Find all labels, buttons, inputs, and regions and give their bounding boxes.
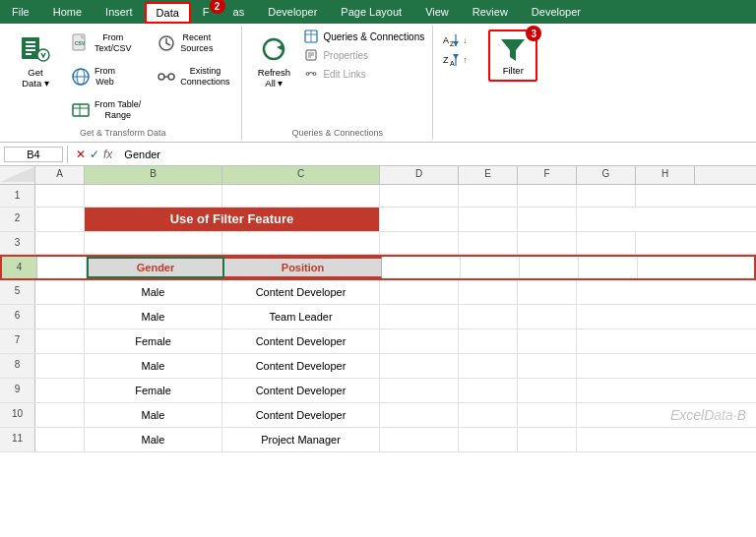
- tab-as[interactable]: as: [221, 2, 257, 24]
- cell-e7[interactable]: [459, 329, 518, 353]
- get-data-button[interactable]: GetData ▾: [10, 28, 61, 95]
- tab-data[interactable]: Data: [145, 2, 191, 24]
- cell-b7[interactable]: Female: [85, 329, 222, 353]
- cell-a11[interactable]: [35, 428, 85, 451]
- row-header-6[interactable]: 6: [0, 305, 35, 328]
- cell-a6[interactable]: [35, 305, 85, 328]
- cell-d5[interactable]: [380, 280, 459, 304]
- cell-b1[interactable]: [85, 185, 222, 207]
- cell-d10[interactable]: [380, 403, 459, 427]
- row-header-5[interactable]: 5: [0, 280, 35, 304]
- tab-page-layout[interactable]: Page Layout: [329, 2, 413, 24]
- cell-d7[interactable]: [380, 329, 459, 353]
- cell-f10[interactable]: [518, 403, 577, 427]
- cell-e11[interactable]: [459, 428, 518, 451]
- cell-c11[interactable]: Project Manager: [222, 428, 380, 451]
- cell-f5[interactable]: [518, 280, 577, 304]
- cell-d8[interactable]: [380, 354, 459, 378]
- cell-a5[interactable]: [35, 280, 85, 304]
- cell-c5[interactable]: Content Developer: [222, 280, 380, 304]
- col-header-c[interactable]: C: [222, 166, 380, 184]
- cell-f7[interactable]: [518, 329, 577, 353]
- edit-links-item[interactable]: Edit Links: [301, 65, 426, 83]
- cell-c6[interactable]: Team Leader: [222, 305, 380, 328]
- cell-d1[interactable]: [380, 185, 459, 207]
- recent-sources-button[interactable]: RecentSources: [149, 28, 235, 59]
- row-header-8[interactable]: 8: [0, 354, 35, 378]
- cell-b3[interactable]: [85, 232, 222, 254]
- tab-view[interactable]: View: [413, 2, 461, 24]
- cell-d2[interactable]: [380, 208, 459, 231]
- cell-e6[interactable]: [459, 305, 518, 328]
- cell-e4[interactable]: [461, 257, 520, 278]
- cell-f6[interactable]: [518, 305, 577, 328]
- col-header-a[interactable]: A: [35, 166, 85, 184]
- cell-a8[interactable]: [35, 354, 85, 378]
- properties-item[interactable]: Properties: [301, 46, 426, 64]
- cell-a9[interactable]: [35, 379, 85, 402]
- cell-e5[interactable]: [459, 280, 518, 304]
- cell-c10[interactable]: Content Developer: [222, 403, 380, 427]
- cell-g4[interactable]: [579, 257, 638, 278]
- cell-b8[interactable]: Male: [85, 354, 222, 378]
- cell-c3[interactable]: [222, 232, 380, 254]
- cell-e1[interactable]: [459, 185, 518, 207]
- cell-a7[interactable]: [35, 329, 85, 353]
- row-header-4[interactable]: 4: [2, 257, 37, 278]
- cell-f3[interactable]: [518, 232, 577, 254]
- from-table-range-button[interactable]: From Table/Range: [63, 94, 147, 126]
- cell-a2[interactable]: [35, 208, 85, 231]
- filter-button[interactable]: 3 Filter: [488, 30, 537, 82]
- existing-connections-button[interactable]: ExistingConnections: [149, 61, 235, 92]
- cell-e8[interactable]: [459, 354, 518, 378]
- tab-developer-2[interactable]: Developer: [520, 2, 593, 24]
- col-header-b[interactable]: B: [85, 166, 222, 184]
- cell-g3[interactable]: [577, 232, 636, 254]
- cell-a1[interactable]: [35, 185, 85, 207]
- cell-d4[interactable]: [382, 257, 461, 278]
- cell-f9[interactable]: [518, 379, 577, 402]
- sort-za-button[interactable]: Z A ↑: [439, 51, 482, 69]
- cell-c7[interactable]: Content Developer: [222, 329, 380, 353]
- cell-d3[interactable]: [380, 232, 459, 254]
- cell-e10[interactable]: [459, 403, 518, 427]
- cell-b10[interactable]: Male: [85, 403, 222, 427]
- col-header-d[interactable]: D: [380, 166, 459, 184]
- header-gender[interactable]: Gender: [87, 257, 224, 278]
- cell-b11[interactable]: Male: [85, 428, 222, 451]
- header-position[interactable]: Position: [224, 257, 382, 278]
- cell-e3[interactable]: [459, 232, 518, 254]
- tab-insert[interactable]: Insert: [94, 2, 145, 24]
- row-header-11[interactable]: 11: [0, 428, 35, 451]
- row-header-7[interactable]: 7: [0, 329, 35, 353]
- row-header-2[interactable]: 2: [0, 208, 35, 231]
- cancel-icon[interactable]: ✕: [76, 148, 86, 161]
- cell-f2[interactable]: [518, 208, 577, 231]
- from-text-csv-button[interactable]: CSV FromText/CSV: [63, 28, 147, 59]
- cell-e9[interactable]: [459, 379, 518, 402]
- cell-e2[interactable]: [459, 208, 518, 231]
- title-cell[interactable]: Use of Filter Feature: [85, 208, 380, 231]
- row-header-10[interactable]: 10: [0, 403, 35, 427]
- refresh-all-button[interactable]: RefreshAll ▾: [248, 28, 299, 95]
- cell-f4[interactable]: [520, 257, 579, 278]
- cell-b5[interactable]: Male: [85, 280, 222, 304]
- col-header-f[interactable]: F: [518, 166, 577, 184]
- cell-a4[interactable]: [37, 257, 87, 278]
- cell-d6[interactable]: [380, 305, 459, 328]
- col-header-e[interactable]: E: [459, 166, 518, 184]
- cell-b9[interactable]: Female: [85, 379, 222, 402]
- tab-file[interactable]: File: [0, 2, 41, 24]
- cell-d11[interactable]: [380, 428, 459, 451]
- cell-f1[interactable]: [518, 185, 577, 207]
- from-web-button[interactable]: FromWeb: [63, 61, 147, 92]
- cell-c8[interactable]: Content Developer: [222, 354, 380, 378]
- cell-a10[interactable]: [35, 403, 85, 427]
- sort-az-button[interactable]: A Z ↓: [439, 31, 482, 49]
- cell-f11[interactable]: [518, 428, 577, 451]
- col-header-g[interactable]: G: [577, 166, 636, 184]
- cell-d9[interactable]: [380, 379, 459, 402]
- cell-g1[interactable]: [577, 185, 636, 207]
- name-box[interactable]: [4, 147, 63, 162]
- cell-c9[interactable]: Content Developer: [222, 379, 380, 402]
